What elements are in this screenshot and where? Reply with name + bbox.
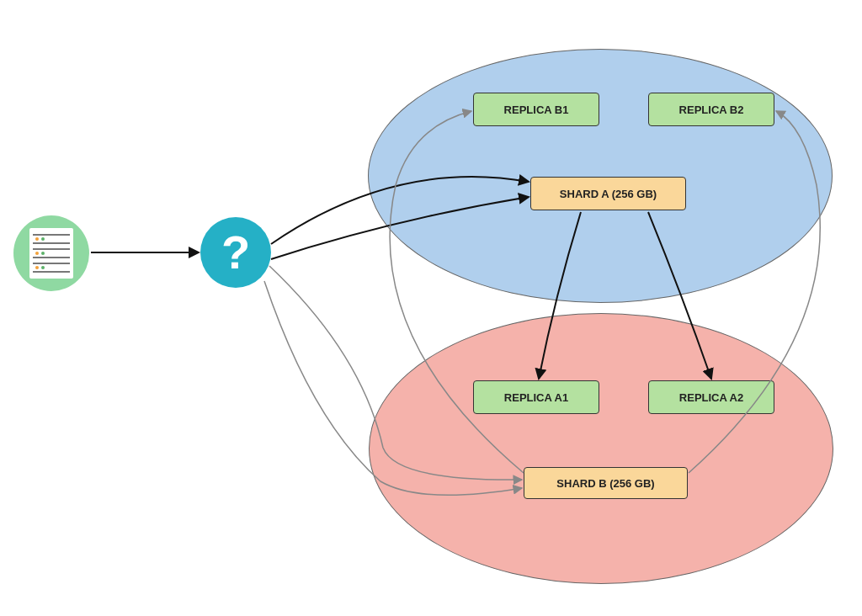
shard-a-box: SHARD A (256 GB)	[530, 177, 686, 210]
node-label: 1 TB NODE	[15, 295, 91, 308]
replica-b1-box: REPLICA B1	[473, 93, 599, 126]
region-a-ellipse	[368, 49, 833, 303]
node-circle	[13, 215, 89, 291]
orchestrator-circle: ?	[200, 217, 271, 288]
region-b-ellipse	[369, 313, 833, 584]
server-icon	[29, 228, 73, 279]
question-mark-icon: ?	[221, 229, 250, 276]
replica-a2-box: REPLICA A2	[648, 380, 774, 414]
orchestrator-label: ORCHESTRATOR	[184, 293, 293, 306]
machine-b-label: MACHINE B	[549, 585, 650, 598]
replica-b2-box: REPLICA B2	[648, 93, 774, 126]
machine-a-label: MACHINE A	[549, 34, 650, 47]
replica-a1-box: REPLICA A1	[473, 380, 599, 414]
diagram-canvas: MACHINE A MACHINE B SHARD A (256 GB) REP…	[0, 0, 862, 616]
shard-b-box: SHARD B (256 GB)	[524, 467, 688, 499]
